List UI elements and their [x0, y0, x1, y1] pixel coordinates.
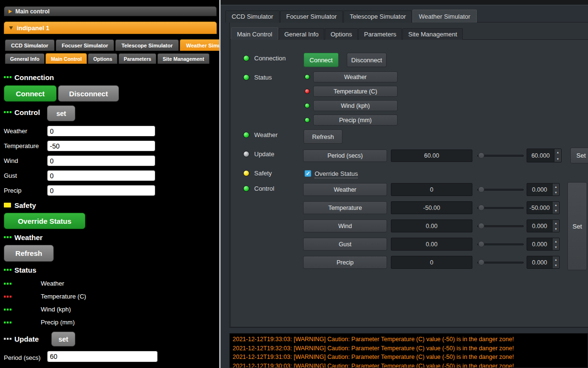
temperature-status-led-icon	[4, 296, 12, 298]
ctrl-precip-slider-handle[interactable]	[478, 259, 484, 265]
period-slider-handle[interactable]	[478, 152, 484, 159]
safety-led-icon	[243, 170, 249, 176]
tab-weather-simulator[interactable]: Weather Simulator	[180, 39, 219, 51]
spin-up-icon[interactable]: ▴	[553, 256, 559, 263]
spin-down-icon[interactable]: ▾	[553, 263, 559, 269]
precip-status-led-icon	[305, 117, 310, 123]
spin-up-icon[interactable]: ▴	[553, 202, 559, 208]
ctrl-wind-spinbox[interactable]: 0.000 ▴ ▾	[527, 219, 560, 232]
period-spin-value: 60.000	[527, 149, 554, 162]
temperature-input[interactable]	[47, 140, 155, 151]
tab-focuser-simulator[interactable]: Focuser Simulator	[56, 39, 115, 51]
control-set-button[interactable]: set	[47, 105, 75, 121]
weather-row-label: Weather	[254, 132, 278, 138]
status-row-label: Status	[254, 74, 272, 81]
ctrl-precip-value-field[interactable]	[391, 256, 472, 269]
period-input[interactable]	[47, 351, 158, 362]
refresh-button[interactable]: Refresh	[4, 245, 54, 262]
wind-status-button[interactable]: Wind (kph)	[313, 100, 398, 111]
tab-ccd-simulator[interactable]: CCD Simulator	[5, 39, 55, 51]
ctrl-wind-slider-handle[interactable]	[478, 223, 484, 229]
precip-status-button[interactable]: Precip (mm)	[313, 115, 398, 126]
status-section-title: Status	[4, 265, 36, 275]
tab-options[interactable]: Options	[88, 53, 118, 64]
ctrl-wind-value-field[interactable]	[391, 219, 472, 232]
indipanel-header[interactable]: indipanel 1	[4, 22, 217, 34]
qt-refresh-button[interactable]: Refresh	[304, 129, 342, 144]
ctrl-gust-spinbox[interactable]: 0.000 ▴ ▾	[527, 238, 560, 251]
ctrl-temperature-spin-arrows: ▴ ▾	[552, 202, 559, 214]
ctrl-wind-spin-value: 0.000	[527, 220, 552, 232]
spin-down-icon[interactable]: ▾	[553, 244, 559, 251]
gust-field-label: Gust	[4, 172, 17, 180]
ctrl-gust-name-button[interactable]: Gust	[303, 238, 387, 251]
ctrl-temperature-name-button[interactable]: Temperature	[303, 201, 387, 214]
qt-tab-general-info[interactable]: General Info	[279, 28, 325, 40]
precip-input[interactable]	[47, 185, 155, 196]
ctrl-weather-slider-handle[interactable]	[478, 186, 484, 193]
ctrl-temperature-value-field[interactable]	[391, 201, 472, 214]
update-set-button[interactable]: Set	[570, 148, 588, 163]
qt-connect-button[interactable]: Connect	[304, 53, 339, 67]
ctrl-wind-name-button[interactable]: Wind	[303, 219, 387, 232]
ctrl-precip-name-button[interactable]: Precip	[303, 256, 387, 269]
status-state-icon	[4, 269, 12, 271]
spin-up-icon[interactable]: ▴	[553, 220, 559, 226]
ctrl-weather-value-field[interactable]	[391, 183, 472, 196]
ctrl-gust-value-field[interactable]	[391, 238, 472, 251]
qt-tab-main-control[interactable]: Main Control	[231, 27, 278, 40]
weather-status-button[interactable]: Weather	[313, 71, 398, 82]
tab-general-info[interactable]: General Info	[5, 53, 45, 64]
weather-input[interactable]	[47, 126, 155, 137]
override-status-checkbox-label[interactable]: Override Status	[315, 170, 358, 178]
window-titlebar[interactable]	[221, 0, 588, 5]
spin-up-icon[interactable]: ▴	[554, 149, 561, 156]
spin-down-icon[interactable]: ▾	[553, 190, 559, 196]
qt-tab-focuser-simulator[interactable]: Focuser Simulator	[280, 11, 343, 23]
connection-state-icon	[4, 76, 12, 78]
tab-telescope-simulator[interactable]: Telescope Simulator	[115, 39, 179, 51]
tab-parameters[interactable]: Parameters	[118, 53, 156, 64]
wind-field-label: Wind	[4, 157, 18, 165]
gust-input[interactable]	[47, 170, 155, 181]
accordion-header-main-control[interactable]: Main control	[4, 6, 217, 16]
spin-up-icon[interactable]: ▴	[553, 238, 559, 244]
qt-tab-weather-simulator[interactable]: Weather Simulator	[412, 10, 476, 23]
temperature-field-label: Temperature	[4, 142, 39, 150]
disconnect-button[interactable]: Disconnect	[58, 85, 119, 102]
period-spinbox[interactable]: 60.000 ▴ ▾	[527, 149, 562, 162]
override-status-checkbox[interactable]: ✓	[305, 170, 311, 177]
spin-up-icon[interactable]: ▴	[553, 184, 559, 190]
ctrl-gust-spin-value: 0.000	[527, 238, 552, 250]
temperature-status-button[interactable]: Temperature (C)	[313, 86, 398, 97]
qt-tab-telescope-simulator[interactable]: Telescope Simulator	[343, 11, 412, 23]
control-set-button[interactable]: Set	[567, 182, 587, 270]
qt-tab-options[interactable]: Options	[325, 28, 358, 40]
wind-input[interactable]	[47, 155, 155, 166]
weather-status-led-icon	[4, 283, 12, 285]
override-status-button[interactable]: Override Status	[4, 213, 85, 229]
ctrl-precip-spinbox[interactable]: 0.000 ▴ ▾	[527, 256, 560, 269]
ctrl-temperature-slider-handle[interactable]	[478, 205, 484, 211]
tab-site-management[interactable]: Site Management	[157, 53, 209, 64]
ctrl-temperature-spin-value: -50.000	[527, 202, 552, 214]
ctrl-weather-name-button[interactable]: Weather	[303, 183, 387, 196]
period-name-button[interactable]: Period (secs)	[303, 150, 387, 162]
ctrl-temperature-spinbox[interactable]: -50.000 ▴ ▾	[527, 201, 560, 214]
update-set-button[interactable]: set	[51, 332, 75, 346]
period-value-field[interactable]	[391, 150, 472, 162]
spin-down-icon[interactable]: ▾	[553, 226, 559, 232]
control-row-label: Control	[254, 185, 274, 192]
spin-down-icon[interactable]: ▾	[553, 208, 559, 214]
temperature-status-led-icon	[305, 89, 310, 94]
connect-button[interactable]: Connect	[4, 85, 57, 102]
indi-control-panel-window: CCD Simulator Focuser Simulator Telescop…	[221, 0, 588, 368]
tab-main-control[interactable]: Main Control	[46, 53, 87, 64]
qt-tab-ccd-simulator[interactable]: CCD Simulator	[225, 11, 280, 23]
qt-disconnect-button[interactable]: Disconnect	[347, 53, 387, 67]
qt-tab-site-management[interactable]: Site Management	[402, 28, 463, 40]
ctrl-gust-slider-handle[interactable]	[478, 241, 484, 247]
ctrl-weather-spinbox[interactable]: 0.000 ▴ ▾	[527, 183, 560, 196]
qt-tab-parameters[interactable]: Parameters	[358, 28, 402, 40]
spin-down-icon[interactable]: ▾	[554, 156, 561, 162]
